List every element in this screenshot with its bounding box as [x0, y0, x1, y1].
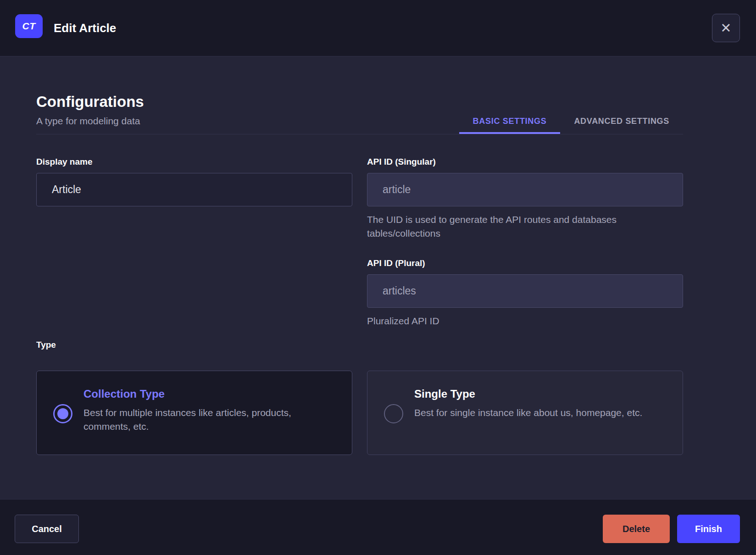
modal-header: CT Edit Article ✕: [0, 0, 756, 56]
left-column: Display name: [36, 156, 352, 328]
single-type-radio[interactable]: [384, 404, 403, 423]
delete-button[interactable]: Delete: [603, 515, 670, 543]
single-type-description: Best for single instance like about us, …: [414, 406, 642, 420]
radio-selected-dot-icon: [57, 408, 68, 419]
tab-basic-settings[interactable]: BASIC SETTINGS: [459, 117, 561, 134]
close-button[interactable]: ✕: [712, 14, 740, 42]
api-id-singular-hint: The UID is used to generate the API rout…: [367, 213, 683, 240]
content-type-badge: CT: [15, 14, 43, 38]
single-type-option[interactable]: Single Type Best for single instance lik…: [367, 371, 683, 455]
edit-article-modal: CT Edit Article ✕ Configurations A type …: [0, 0, 756, 555]
single-type-title: Single Type: [414, 387, 642, 401]
type-options: Collection Type Best for multiple instan…: [36, 371, 683, 455]
collection-type-title: Collection Type: [83, 387, 335, 401]
modal-footer: Cancel Delete Finish: [0, 499, 756, 555]
right-column: API ID (Singular) The UID is used to gen…: [367, 156, 683, 328]
collection-type-description: Best for multiple instances like article…: [83, 406, 335, 433]
tab-advanced-settings[interactable]: ADVANCED SETTINGS: [560, 117, 683, 134]
collection-type-radio[interactable]: [53, 404, 72, 423]
close-icon: ✕: [720, 22, 731, 35]
type-section: Type Collection Type Best for multiple i…: [36, 339, 683, 455]
api-id-plural-input[interactable]: [367, 274, 683, 308]
settings-tabs: BASIC SETTINGS ADVANCED SETTINGS: [459, 117, 683, 134]
collection-type-text: Collection Type Best for multiple instan…: [83, 387, 335, 433]
modal-body: Configurations A type for modeling data …: [0, 57, 756, 499]
page-title: Configurations: [36, 93, 683, 111]
display-name-input[interactable]: [36, 173, 352, 206]
api-id-singular-input[interactable]: [367, 173, 683, 206]
api-id-plural-label: API ID (Plural): [367, 258, 683, 269]
configurations-header: Configurations A type for modeling data …: [36, 57, 683, 134]
api-id-plural-hint: Pluralized API ID: [367, 314, 683, 328]
finish-button[interactable]: Finish: [677, 515, 740, 543]
type-label: Type: [36, 339, 683, 350]
collection-type-option[interactable]: Collection Type Best for multiple instan…: [36, 371, 352, 455]
modal-title: Edit Article: [54, 0, 116, 56]
single-type-text: Single Type Best for single instance lik…: [414, 387, 642, 420]
display-name-label: Display name: [36, 156, 352, 167]
api-id-singular-label: API ID (Singular): [367, 156, 683, 167]
configuration-form: Display name API ID (Singular) The UID i…: [36, 156, 683, 328]
cancel-button[interactable]: Cancel: [15, 515, 79, 543]
